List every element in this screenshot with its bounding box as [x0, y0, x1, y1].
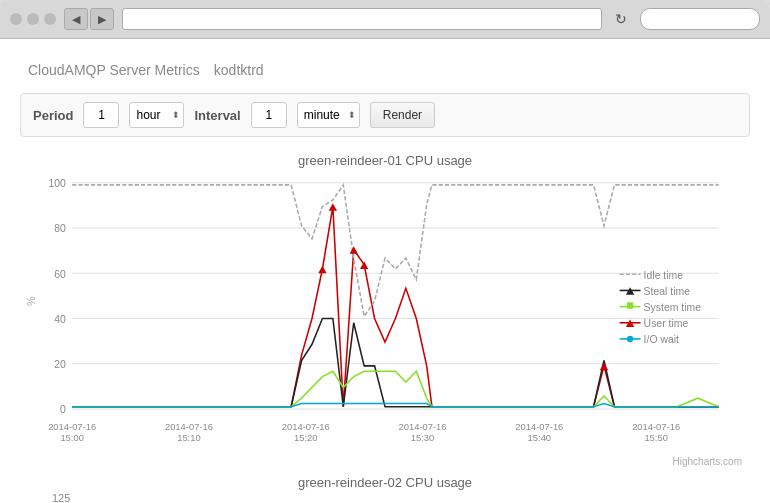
chart1-area: 100 80 60 40 20 0 2014-07-16 15:00 2014-… [20, 172, 750, 452]
svg-text:15:00: 15:00 [60, 432, 83, 443]
svg-text:15:50: 15:50 [644, 432, 667, 443]
interval-unit-select[interactable]: minute hour day [297, 102, 360, 128]
svg-text:40: 40 [54, 313, 66, 325]
svg-text:80: 80 [54, 222, 66, 234]
svg-marker-26 [350, 246, 358, 254]
refresh-button[interactable]: ↻ [610, 8, 632, 30]
svg-text:60: 60 [54, 267, 66, 279]
title-text: CloudAMQP Server Metrics [28, 62, 200, 78]
svg-text:20: 20 [54, 358, 66, 370]
nav-buttons[interactable]: ◀ ▶ [64, 8, 114, 30]
page-content: CloudAMQP Server Metrics kodtktrd Period… [0, 39, 770, 503]
highcharts-credit: Highcharts.com [20, 456, 750, 467]
chart2-y-max: 125 [52, 492, 70, 503]
svg-text:2014-07-16: 2014-07-16 [282, 421, 330, 432]
browser-chrome: ◀ ▶ ↻ [0, 0, 770, 39]
svg-text:Idle time: Idle time [644, 268, 683, 280]
browser-search[interactable] [640, 8, 760, 30]
svg-text:2014-07-16: 2014-07-16 [632, 421, 680, 432]
svg-marker-27 [318, 266, 326, 274]
chart1-svg: 100 80 60 40 20 0 2014-07-16 15:00 2014-… [20, 172, 750, 452]
svg-text:2014-07-16: 2014-07-16 [165, 421, 213, 432]
maximize-dot [44, 13, 56, 25]
svg-text:15:20: 15:20 [294, 432, 317, 443]
page-title: CloudAMQP Server Metrics kodtktrd [20, 55, 750, 81]
svg-marker-28 [360, 261, 368, 269]
close-dot [10, 13, 22, 25]
minimize-dot [27, 13, 39, 25]
svg-text:%: % [25, 296, 37, 306]
render-button[interactable]: Render [370, 102, 435, 128]
subtitle-text: kodtktrd [214, 62, 264, 78]
svg-text:System time: System time [644, 301, 701, 313]
svg-text:2014-07-16: 2014-07-16 [515, 421, 563, 432]
chart2-title: green-reindeer-02 CPU usage [20, 475, 750, 490]
svg-text:15:40: 15:40 [528, 432, 551, 443]
interval-unit-wrapper[interactable]: minute hour day [297, 102, 360, 128]
svg-text:Steal time: Steal time [644, 285, 690, 297]
forward-button[interactable]: ▶ [90, 8, 114, 30]
chart1-container: green-reindeer-01 CPU usage 100 80 60 40… [20, 153, 750, 490]
svg-point-42 [627, 336, 633, 342]
svg-text:I/O wait: I/O wait [644, 333, 679, 345]
svg-text:User time: User time [644, 317, 689, 329]
chart1-title: green-reindeer-01 CPU usage [20, 153, 750, 168]
period-input[interactable] [83, 102, 119, 128]
period-unit-wrapper[interactable]: hour day week [129, 102, 184, 128]
address-bar[interactable] [122, 8, 602, 30]
period-label: Period [33, 108, 73, 123]
svg-text:0: 0 [60, 403, 66, 415]
interval-input[interactable] [251, 102, 287, 128]
svg-text:100: 100 [48, 177, 65, 189]
back-button[interactable]: ◀ [64, 8, 88, 30]
svg-text:2014-07-16: 2014-07-16 [399, 421, 447, 432]
interval-label: Interval [194, 108, 240, 123]
svg-text:15:10: 15:10 [177, 432, 200, 443]
svg-marker-25 [329, 203, 337, 211]
window-controls [10, 13, 56, 25]
period-unit-select[interactable]: hour day week [129, 102, 184, 128]
browser-window: ◀ ▶ ↻ CloudAMQP Server Metrics kodtktrd … [0, 0, 770, 503]
svg-rect-36 [627, 302, 633, 308]
controls-bar: Period hour day week Interval minute hou… [20, 93, 750, 137]
svg-text:15:30: 15:30 [411, 432, 434, 443]
svg-text:2014-07-16: 2014-07-16 [48, 421, 96, 432]
